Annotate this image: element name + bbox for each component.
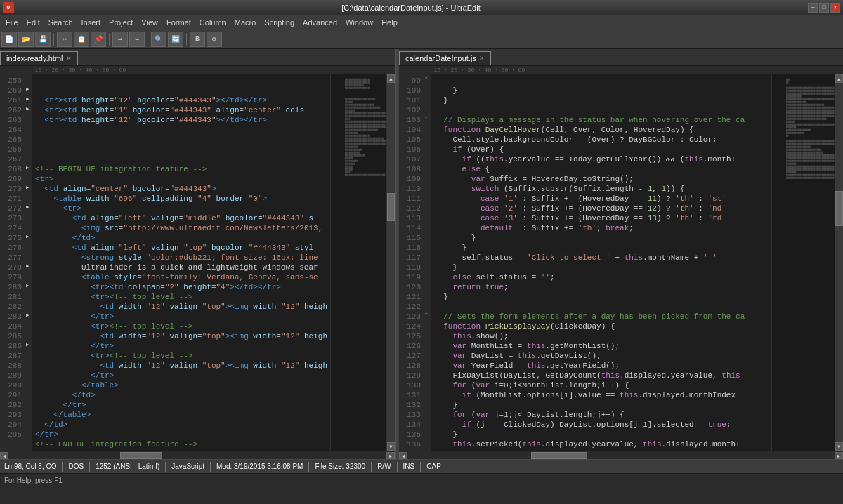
left-minimap: ████████████████████ ███████████████████… [330, 74, 386, 451]
menu-help[interactable]: Help [377, 18, 402, 27]
tab-index-html[interactable]: index-ready.html ✕ [0, 51, 78, 65]
menu-project[interactable]: Project [105, 18, 137, 27]
open-button[interactable]: 📂 [18, 32, 34, 47]
status-position: Ln 98, Col 8, CO [4, 463, 56, 470]
toolbar-sep-3 [148, 33, 148, 46]
status-encoding: 1252 (ANSI - Latin I) [96, 463, 159, 470]
right-minimap: ███ ██ █████████████████████████████████… [771, 74, 835, 451]
left-ruler: · 10 · 20 · 30 · 40 · 50 · 60 · [0, 66, 395, 74]
tab-calendar-js[interactable]: calendarDateInput.js ✕ [399, 51, 491, 65]
right-code-content[interactable]: } } // Displays a message in the status … [431, 74, 771, 451]
tab-label: calendarDateInput.js [405, 54, 476, 62]
status-language: JavaScript [171, 463, 204, 470]
status-bar: Ln 98, Col 8, CO DOS 1252 (ANSI - Latin … [0, 459, 843, 473]
status-modified: Mod: 3/19/2015 3:16:08 PM [216, 463, 303, 470]
status-sep-8 [420, 462, 421, 472]
undo-button[interactable]: ↩ [112, 32, 128, 47]
left-fold-markers: ▸▸▸ ▸▸ ▸ ▸▸ ▸ ▸▸ [25, 74, 32, 451]
app-icon: U [3, 2, 14, 13]
right-fold-markers: ▾ ▾ [424, 74, 431, 451]
menu-edit[interactable]: Edit [22, 18, 44, 27]
save-button[interactable]: 💾 [35, 32, 51, 47]
copy-button[interactable]: 📋 [74, 32, 89, 47]
tab-close-icon[interactable]: ✕ [479, 55, 485, 62]
window-title: [C:\data\calendarDateInput.js] - UltraEd… [14, 4, 808, 12]
menu-advanced[interactable]: Advanced [299, 18, 341, 27]
menu-bar: File Edit Search Insert Project View For… [0, 15, 843, 29]
status-sep-2 [89, 462, 90, 472]
menu-file[interactable]: File [1, 18, 22, 27]
status-mode: R/W [377, 463, 391, 470]
status-sep-7 [397, 462, 398, 472]
status-filesize: File Size: 32300 [315, 463, 365, 470]
redo-button[interactable]: ↪ [129, 32, 145, 47]
replace-button[interactable]: 🔄 [168, 32, 183, 47]
bold-button[interactable]: B [190, 32, 205, 47]
right-editor-panel: calendarDateInput.js ✕ · 10 · 20 · 30 · … [399, 49, 843, 459]
title-bar: U [C:\data\calendarDateInput.js] - Ultra… [0, 0, 843, 15]
paste-button[interactable]: 📌 [91, 32, 106, 47]
help-bar: For Help, press F1 [0, 473, 843, 487]
left-hscroll[interactable]: ◄ ► [0, 451, 395, 459]
left-tab-bar: index-ready.html ✕ [0, 49, 395, 66]
status-sep-4 [210, 462, 211, 472]
left-code-content[interactable]: <tr><td height="12" bgcolor="#444343"></… [32, 74, 330, 451]
status-ins: INS [403, 463, 415, 470]
close-button[interactable]: ✕ [830, 3, 840, 13]
menu-format[interactable]: Format [162, 18, 195, 27]
toolbar-sep-2 [109, 33, 110, 46]
tab-close-icon[interactable]: ✕ [66, 55, 72, 62]
left-scrollbar[interactable]: ▲ ▼ [386, 74, 395, 451]
menu-macro[interactable]: Macro [230, 18, 261, 27]
menu-window[interactable]: Window [341, 18, 377, 27]
toolbar: 📄 📂 💾 ✂ 📋 📌 ↩ ↪ 🔍 🔄 B ⚙ [0, 29, 843, 49]
status-sep-3 [165, 462, 166, 472]
right-hscroll[interactable]: ◄ ► [399, 451, 843, 459]
new-button[interactable]: 📄 [1, 32, 17, 47]
minimize-button[interactable]: ─ [808, 3, 818, 13]
status-format: DOS [68, 463, 84, 470]
toolbar-sep-4 [186, 33, 187, 46]
right-scrollbar[interactable]: ▲ ▼ [835, 74, 843, 451]
find-button[interactable]: 🔍 [151, 32, 166, 47]
right-code-area[interactable]: 99 100 101 102 103 104 105 106 107 108 1… [399, 74, 843, 451]
toolbar-sep-1 [53, 33, 54, 46]
left-line-numbers: 259 260 261 262 263 264 265 266 267 268 … [0, 74, 25, 451]
status-sep-5 [308, 462, 309, 472]
maximize-button[interactable]: □ [819, 3, 829, 13]
menu-scripting[interactable]: Scripting [260, 18, 299, 27]
status-sep-6 [371, 462, 372, 472]
right-line-numbers: 99 100 101 102 103 104 105 106 107 108 1… [399, 74, 424, 451]
settings-button[interactable]: ⚙ [207, 32, 222, 47]
help-text: For Help, press F1 [4, 477, 63, 484]
menu-column[interactable]: Column [195, 18, 230, 27]
left-editor-panel: index-ready.html ✕ · 10 · 20 · 30 · 40 ·… [0, 49, 396, 459]
tab-label: index-ready.html [6, 54, 63, 62]
right-tab-bar: calendarDateInput.js ✕ [399, 49, 843, 66]
menu-insert[interactable]: Insert [77, 18, 105, 27]
status-sep-1 [62, 462, 63, 472]
cut-button[interactable]: ✂ [57, 32, 72, 47]
menu-search[interactable]: Search [44, 18, 77, 27]
menu-view[interactable]: View [137, 18, 162, 27]
status-caps: CAP [426, 463, 441, 470]
right-ruler: · 10 · 20 · 30 · 40 · 50 · 60 · [399, 66, 843, 74]
left-code-area[interactable]: 259 260 261 262 263 264 265 266 267 268 … [0, 74, 395, 451]
